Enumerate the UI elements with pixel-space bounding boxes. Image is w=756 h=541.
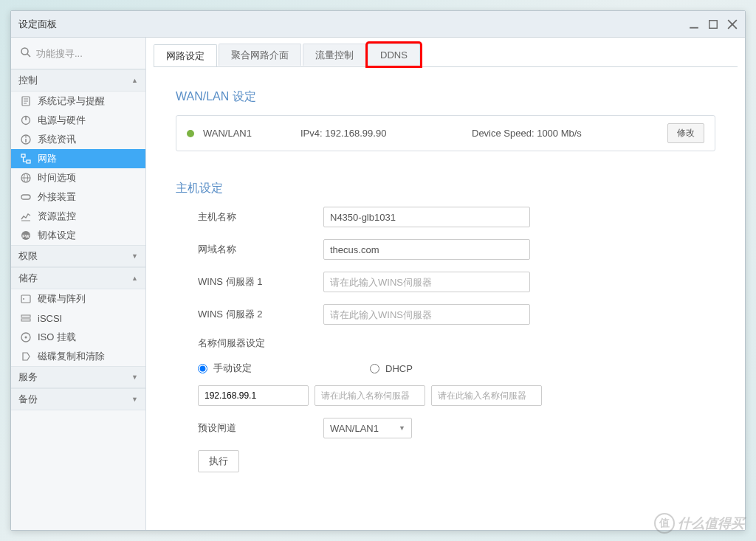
sidebar-item-label: 时间选项 xyxy=(38,171,76,185)
svg-line-5 xyxy=(27,54,30,57)
section-header-control[interactable]: 控制 ▲ xyxy=(11,69,145,92)
hostname-label: 主机名称 xyxy=(176,210,323,224)
chevron-up-icon: ▲ xyxy=(131,77,138,84)
clipboard-icon xyxy=(20,95,32,107)
modify-button[interactable]: 修改 xyxy=(667,123,704,143)
radio-manual[interactable]: 手动设定 xyxy=(198,362,252,375)
wins2-input[interactable] xyxy=(323,304,530,325)
radio-dhcp[interactable]: DHCP xyxy=(370,363,413,374)
sidebar-item-label: 外接装置 xyxy=(38,190,76,204)
tab-label: 网路设定 xyxy=(166,49,205,63)
minimize-button[interactable] xyxy=(689,19,699,30)
svg-point-4 xyxy=(21,48,28,55)
sidebar-item-sysinfo[interactable]: 系统资讯 xyxy=(11,130,145,149)
titlebar[interactable]: 设定面板 xyxy=(11,11,745,38)
host-title: 主机设定 xyxy=(176,181,715,196)
sidebar-item-network[interactable]: 网路 xyxy=(11,149,145,168)
wins1-label: WINS 伺服器 1 xyxy=(176,275,323,289)
execute-button[interactable]: 执行 xyxy=(198,450,239,472)
globe-icon xyxy=(20,172,32,184)
section-header-storage[interactable]: 储存 ▲ xyxy=(11,267,145,289)
tabs: 网路设定 聚合网路介面 流量控制 DDNS xyxy=(154,44,738,67)
hostname-input[interactable] xyxy=(323,207,530,227)
chevron-down-icon: ▼ xyxy=(399,424,405,432)
wanlan-name: WAN/LAN1 xyxy=(203,128,292,139)
tab-network-settings[interactable]: 网路设定 xyxy=(154,44,217,66)
watermark: 值 什么值得买 xyxy=(654,513,744,534)
section-label: 储存 xyxy=(18,272,38,285)
search-icon xyxy=(20,46,32,58)
iso-icon xyxy=(20,331,32,343)
svg-rect-25 xyxy=(21,315,30,317)
watermark-text: 什么值得买 xyxy=(678,514,744,532)
ns2-input[interactable] xyxy=(315,385,425,406)
wins2-label: WINS 伺服器 2 xyxy=(176,308,323,321)
main-panel: 网路设定 聚合网路介面 流量控制 DDNS WAN/LAN 设定 WAN/LAN… xyxy=(146,38,745,530)
network-icon xyxy=(20,153,32,165)
wanlan-box: WAN/LAN1 IPv4: 192.168.99.90 Device Spee… xyxy=(176,115,715,151)
ns3-input[interactable] xyxy=(431,385,542,406)
svg-rect-23 xyxy=(21,295,30,303)
close-button[interactable] xyxy=(727,19,738,30)
search-input[interactable] xyxy=(17,44,140,63)
svg-text:FW: FW xyxy=(22,234,30,238)
sidebar-item-monitor[interactable]: 资源监控 xyxy=(11,207,145,226)
svg-point-24 xyxy=(23,298,24,300)
window-body: 控制 ▲ 系统记录与提醒 电源与硬件 系统资讯 网路 时间选项 xyxy=(11,38,745,530)
wins1-input[interactable] xyxy=(323,272,530,292)
sidebar-item-label: 网路 xyxy=(38,152,57,165)
firmware-icon: FW xyxy=(20,230,32,241)
settings-window: 设定面板 xyxy=(10,10,746,531)
chevron-up-icon: ▲ xyxy=(131,275,138,282)
sidebar-item-syslog[interactable]: 系统记录与提醒 xyxy=(11,92,145,111)
info-icon xyxy=(20,134,32,145)
power-icon xyxy=(20,114,32,126)
tab-traffic[interactable]: 流量控制 xyxy=(303,44,366,66)
tab-ddns[interactable]: DDNS xyxy=(368,44,420,66)
section-label: 备份 xyxy=(18,393,38,406)
section-header-service[interactable]: 服务 ▼ xyxy=(11,366,145,388)
sidebar-item-external[interactable]: 外接装置 xyxy=(11,187,145,207)
sidebar-item-label: iSCSI xyxy=(38,313,62,324)
sidebar-item-label: 磁碟复制和清除 xyxy=(38,350,105,363)
maximize-button[interactable] xyxy=(708,19,718,30)
wanlan-ip: IPv4: 192.168.99.90 xyxy=(300,128,463,139)
tab-label: 聚合网路介面 xyxy=(231,49,289,62)
sidebar-item-power[interactable]: 电源与硬件 xyxy=(11,111,145,130)
window-controls xyxy=(689,19,738,30)
sidebar-item-iscsi[interactable]: iSCSI xyxy=(11,309,145,328)
svg-point-28 xyxy=(25,337,27,339)
sidebar-item-disk[interactable]: 硬碟与阵列 xyxy=(11,289,145,309)
domain-input[interactable] xyxy=(323,239,530,260)
sidebar-item-label: 韧体设定 xyxy=(38,229,76,242)
sidebar-item-label: 电源与硬件 xyxy=(38,114,86,127)
tab-label: DDNS xyxy=(380,49,408,61)
gateway-label: 预设闸道 xyxy=(176,421,323,435)
svg-rect-16 xyxy=(27,160,30,163)
radio-dhcp-input[interactable] xyxy=(370,364,379,373)
chart-icon xyxy=(20,210,32,222)
chevron-down-icon: ▼ xyxy=(131,396,138,403)
section-header-backup[interactable]: 备份 ▼ xyxy=(11,388,145,410)
nameserver-label: 名称伺服器设定 xyxy=(176,337,323,350)
svg-point-14 xyxy=(25,137,27,138)
tab-aggregate[interactable]: 聚合网路介面 xyxy=(219,44,301,66)
content: WAN/LAN 设定 WAN/LAN1 IPv4: 192.168.99.90 … xyxy=(154,67,738,523)
sidebar-item-firmware[interactable]: FW 韧体设定 xyxy=(11,226,145,245)
section-label: 服务 xyxy=(18,371,38,384)
status-dot-icon xyxy=(187,130,194,137)
sidebar-item-time[interactable]: 时间选项 xyxy=(11,168,145,187)
gateway-select[interactable]: WAN/LAN1 ▼ xyxy=(323,418,412,438)
sidebar-item-iso[interactable]: ISO 挂载 xyxy=(11,328,145,347)
sidebar-item-label: 系统资讯 xyxy=(38,133,76,146)
section-label: 权限 xyxy=(18,249,38,263)
sidebar-item-clone[interactable]: 磁碟复制和清除 xyxy=(11,347,145,366)
usb-icon xyxy=(20,191,32,203)
ns1-input[interactable] xyxy=(198,385,309,406)
tab-label: 流量控制 xyxy=(315,49,354,62)
section-label: 控制 xyxy=(18,74,38,87)
svg-rect-15 xyxy=(21,154,25,157)
radio-manual-input[interactable] xyxy=(198,364,207,373)
section-header-permission[interactable]: 权限 ▼ xyxy=(11,245,145,267)
svg-rect-1 xyxy=(709,20,718,28)
